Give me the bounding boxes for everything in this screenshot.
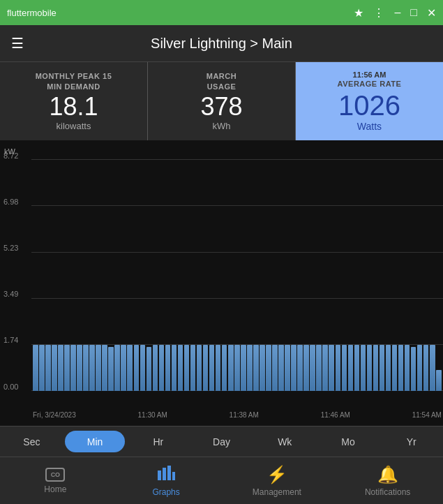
march-usage-card: MARCHUSAGE 378 kWh [148, 62, 296, 140]
x-label-1: 11:30 AM [138, 411, 167, 419]
chart-bar [114, 345, 120, 391]
chart-bar [197, 345, 202, 391]
tab-min[interactable]: Min [65, 431, 126, 452]
chart-bar [108, 347, 114, 391]
average-rate-unit: Watts [357, 121, 382, 132]
tab-yr[interactable]: Yr [381, 431, 442, 452]
nav-home[interactable]: CO Home [0, 457, 111, 504]
chart-bar [329, 345, 334, 391]
chart-bar [89, 345, 95, 391]
chart-bar [77, 345, 82, 391]
bar-chart-icon [157, 465, 175, 484]
svg-rect-2 [167, 466, 171, 480]
chart-bar [430, 345, 435, 391]
average-rate-value: 1026 [338, 91, 400, 119]
chart-bar [398, 345, 404, 391]
chart-bar [342, 345, 347, 391]
grid-label-8: 8.72 [3, 151, 18, 160]
lightning-icon: ⚡ [266, 465, 287, 484]
monthly-peak-unit: kilowatts [57, 121, 91, 131]
chart-bar [310, 345, 315, 391]
chart-bar [348, 345, 354, 391]
grid-label-1: 1.74 [3, 336, 18, 344]
chart-bar [52, 345, 57, 391]
monthly-peak-value: 18.1 [49, 94, 98, 119]
maximize-icon[interactable]: □ [410, 6, 417, 19]
chart-x-labels: Fri, 3/24/2023 11:30 AM 11:38 AM 11:46 A… [31, 411, 443, 419]
window-controls[interactable]: ★ ⋮ – □ ✕ [354, 6, 436, 20]
chart-bar [203, 345, 209, 391]
tab-wk[interactable]: Wk [255, 431, 315, 452]
average-rate-time: 11:56 AM [353, 71, 386, 79]
nav-notifications-label: Notifications [365, 487, 410, 497]
chart-bar [64, 345, 70, 391]
svg-rect-0 [158, 470, 161, 480]
nav-notifications[interactable]: 🔔 Notifications [332, 457, 443, 504]
chart-bar [266, 345, 271, 391]
svg-rect-3 [172, 472, 175, 480]
chart-bar [33, 345, 38, 391]
x-label-3: 11:46 AM [321, 411, 350, 419]
chart-bar [336, 345, 341, 391]
chart-bar [423, 345, 429, 391]
nav-graphs-label: Graphs [152, 487, 179, 497]
x-label-0: Fri, 3/24/2023 [33, 411, 76, 419]
chart-bar [272, 345, 278, 391]
chart-bar [354, 345, 360, 391]
nav-management[interactable]: ⚡ Management [222, 457, 333, 504]
chart-bar [172, 345, 177, 391]
menu-dots-icon[interactable]: ⋮ [373, 6, 384, 20]
chart-bar [39, 345, 45, 391]
chart-bar [102, 345, 107, 391]
grid-label-0: 0.00 [3, 383, 18, 391]
chart-bar [234, 345, 240, 391]
chart-bar [45, 345, 51, 391]
chart-bar [127, 345, 133, 391]
chart-bar [228, 345, 234, 391]
chart-bar [436, 370, 442, 391]
chart-bar [147, 347, 152, 391]
chart-bar [178, 345, 183, 391]
minimize-icon[interactable]: – [394, 6, 400, 19]
chart-bar [373, 345, 379, 391]
hamburger-menu[interactable]: ☰ [11, 35, 24, 52]
tab-sec[interactable]: Sec [1, 431, 62, 452]
tab-hr[interactable]: Hr [128, 431, 188, 452]
close-icon[interactable]: ✕ [427, 6, 436, 20]
chart-bar [222, 345, 227, 391]
chart-bar [303, 345, 309, 391]
page-title: Silver Lightning > Main [151, 36, 292, 52]
chart-bar [209, 345, 215, 391]
chart-bar [83, 345, 89, 391]
chart-bar [367, 345, 373, 391]
nav-management-label: Management [253, 487, 301, 497]
nav-graphs[interactable]: Graphs [111, 457, 222, 504]
chart-bar [159, 345, 165, 391]
chart-bar [392, 345, 398, 391]
chart-bar [190, 345, 196, 391]
chart-bar [96, 345, 101, 391]
tab-day[interactable]: Day [191, 431, 252, 452]
bottom-nav: CO Home Graphs ⚡ Management 🔔 Notificati… [0, 457, 443, 504]
co-home-icon: CO [45, 468, 65, 482]
title-bar: fluttermobile ★ ⋮ – □ ✕ [0, 0, 443, 25]
puzzle-icon[interactable]: ★ [354, 6, 363, 20]
chart-bar [361, 345, 366, 391]
chart-container: kW 8.72 6.98 5.23 3.49 1.74 0.00 Fri, 3/… [0, 140, 443, 426]
tab-mo[interactable]: Mo [318, 431, 379, 452]
grid-label-3: 3.49 [3, 290, 18, 298]
march-usage-label: MARCHUSAGE [207, 71, 236, 91]
chart-bar [184, 345, 190, 391]
average-rate-card: 11:56 AM AVERAGE RATE 1026 Watts [296, 62, 443, 140]
march-usage-value: 378 [200, 94, 242, 119]
chart-bar [121, 345, 126, 391]
chart-bar [291, 345, 296, 391]
chart-bar [58, 345, 63, 391]
chart-bar [278, 345, 284, 391]
chart-bar [405, 345, 410, 391]
bell-icon: 🔔 [377, 465, 398, 484]
monthly-peak-card: MONTHLY PEAK 15MIN DEMAND 18.1 kilowatts [0, 62, 148, 140]
chart-bar [322, 345, 328, 391]
chart-bar [165, 345, 171, 391]
chart-bar [140, 345, 146, 391]
